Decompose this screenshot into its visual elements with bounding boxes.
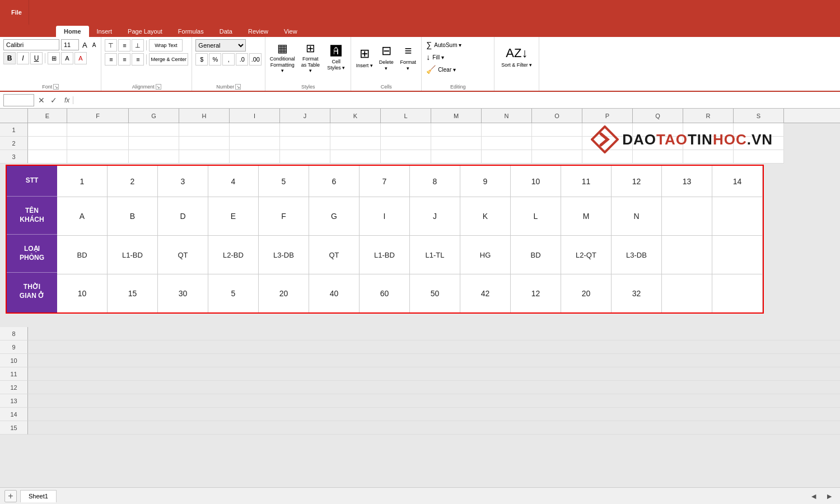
tab-insert[interactable]: Insert [89, 26, 120, 37]
table-cell[interactable]: 1 [57, 166, 108, 197]
table-cell[interactable]: 11 [561, 166, 612, 197]
tab-review[interactable]: Review [240, 26, 276, 37]
font-grow-button[interactable]: A [81, 40, 89, 50]
insert-button[interactable]: ⊞ Insert ▾ [354, 45, 374, 69]
table-cell[interactable] [662, 236, 712, 274]
table-cell[interactable]: K [460, 197, 511, 235]
table-cell[interactable]: 6 [309, 166, 360, 197]
number-format-select[interactable]: General [195, 39, 246, 52]
table-cell[interactable]: 40 [309, 274, 360, 312]
align-bottom-button[interactable]: ⊥ [132, 39, 144, 52]
align-center-button[interactable]: ≡ [118, 53, 130, 66]
table-cell[interactable]: N [612, 197, 662, 235]
table-cell[interactable] [662, 274, 712, 312]
fx-icon[interactable]: fx [61, 96, 73, 104]
scroll-left-button[interactable]: ◄ [808, 492, 820, 501]
currency-button[interactable]: $ [195, 53, 208, 66]
col-O[interactable]: O [532, 109, 582, 123]
cancel-icon[interactable]: ✕ [36, 96, 46, 105]
table-cell[interactable]: 20 [561, 274, 612, 312]
wrap-text-button[interactable]: Wrap Text [149, 39, 183, 52]
delete-button[interactable]: ⊟ Delete ▾ [376, 43, 396, 73]
align-left-button[interactable]: ≡ [105, 53, 117, 66]
table-cell[interactable]: L3-DB [259, 236, 309, 274]
table-cell[interactable]: M [561, 197, 612, 235]
col-H[interactable]: H [179, 109, 230, 123]
font-size-input[interactable] [61, 39, 79, 50]
formula-input[interactable] [76, 96, 837, 104]
table-cell[interactable] [662, 197, 712, 235]
table-cell[interactable]: BD [57, 236, 108, 274]
table-cell[interactable]: QT [158, 236, 208, 274]
alignment-dialog-icon[interactable]: ↘ [156, 84, 161, 90]
col-Q[interactable]: Q [633, 109, 683, 123]
decimal-down-button[interactable]: .00 [249, 53, 262, 66]
table-cell[interactable]: L [511, 197, 561, 235]
col-N[interactable]: N [482, 109, 532, 123]
table-cell[interactable]: 4 [208, 166, 259, 197]
italic-button[interactable]: I [17, 52, 29, 64]
col-L[interactable]: L [381, 109, 431, 123]
table-cell[interactable]: D [158, 197, 208, 235]
table-cell[interactable]: 13 [662, 166, 712, 197]
table-cell[interactable]: 50 [410, 274, 460, 312]
autosum-button[interactable]: ∑ AutoSum ▾ [425, 39, 491, 50]
bold-button[interactable]: B [3, 52, 16, 64]
format-button[interactable]: ≡ Format ▾ [398, 43, 418, 73]
table-cell[interactable]: 12 [612, 166, 662, 197]
table-cell[interactable]: 15 [108, 274, 158, 312]
scroll-right-button[interactable]: ► [823, 492, 836, 501]
number-dialog-icon[interactable]: ↘ [235, 84, 241, 90]
table-cell[interactable]: 30 [158, 274, 208, 312]
clear-button[interactable]: 🧹 Clear ▾ [425, 64, 491, 75]
merge-center-button[interactable]: Merge & Center [149, 53, 188, 66]
underline-button[interactable]: U [30, 52, 43, 64]
col-J[interactable]: J [280, 109, 330, 123]
font-shrink-button[interactable]: A [91, 41, 98, 49]
sort-filter-button[interactable]: AZ↓ Sort & Filter ▾ [500, 45, 534, 69]
table-cell[interactable]: HG [460, 236, 511, 274]
table-cell[interactable]: I [360, 197, 410, 235]
tab-home[interactable]: Home [56, 26, 89, 37]
decimal-up-button[interactable]: .0 [236, 53, 248, 66]
confirm-icon[interactable]: ✓ [49, 96, 59, 105]
table-cell[interactable]: L3-DB [612, 236, 662, 274]
cell-styles-button[interactable]: 🅰 Cell Styles ▾ [325, 43, 347, 72]
tab-data[interactable]: Data [212, 26, 240, 37]
col-R[interactable]: R [683, 109, 734, 123]
tab-formulas[interactable]: Formulas [170, 26, 212, 37]
table-cell[interactable]: L1-BD [360, 236, 410, 274]
align-right-button[interactable]: ≡ [132, 53, 144, 66]
table-cell[interactable]: 14 [712, 166, 763, 197]
font-color-button[interactable]: A [74, 52, 87, 64]
align-middle-button[interactable]: ≡ [118, 39, 130, 52]
table-cell[interactable]: L1-BD [108, 236, 158, 274]
table-cell[interactable]: L2-BD [208, 236, 259, 274]
col-M[interactable]: M [431, 109, 482, 123]
col-F[interactable]: F [67, 109, 129, 123]
fill-color-button[interactable]: A [61, 52, 73, 64]
table-cell[interactable]: 60 [360, 274, 410, 312]
table-cell[interactable]: 9 [460, 166, 511, 197]
table-cell[interactable]: QT [309, 236, 360, 274]
col-K[interactable]: K [330, 109, 381, 123]
file-button[interactable]: File [4, 0, 29, 25]
tab-view[interactable]: View [276, 26, 305, 37]
table-cell[interactable]: F [259, 197, 309, 235]
table-cell[interactable]: 10 [57, 274, 108, 312]
table-cell[interactable] [712, 197, 763, 235]
col-S[interactable]: S [734, 109, 784, 123]
table-cell[interactable]: 12 [511, 274, 561, 312]
table-cell[interactable]: L1-TL [410, 236, 460, 274]
col-I[interactable]: I [230, 109, 280, 123]
table-cell[interactable] [712, 236, 763, 274]
table-cell[interactable]: J [410, 197, 460, 235]
table-cell[interactable]: 3 [158, 166, 208, 197]
table-cell[interactable]: B [108, 197, 158, 235]
table-cell[interactable]: BD [511, 236, 561, 274]
fill-button[interactable]: ↓ Fill ▾ [425, 52, 491, 63]
conditional-formatting-button[interactable]: ▦ Conditional Formatting ▾ [269, 40, 296, 75]
col-E[interactable]: E [28, 109, 67, 123]
border-button[interactable]: ⊞ [48, 52, 60, 64]
table-cell[interactable]: G [309, 197, 360, 235]
